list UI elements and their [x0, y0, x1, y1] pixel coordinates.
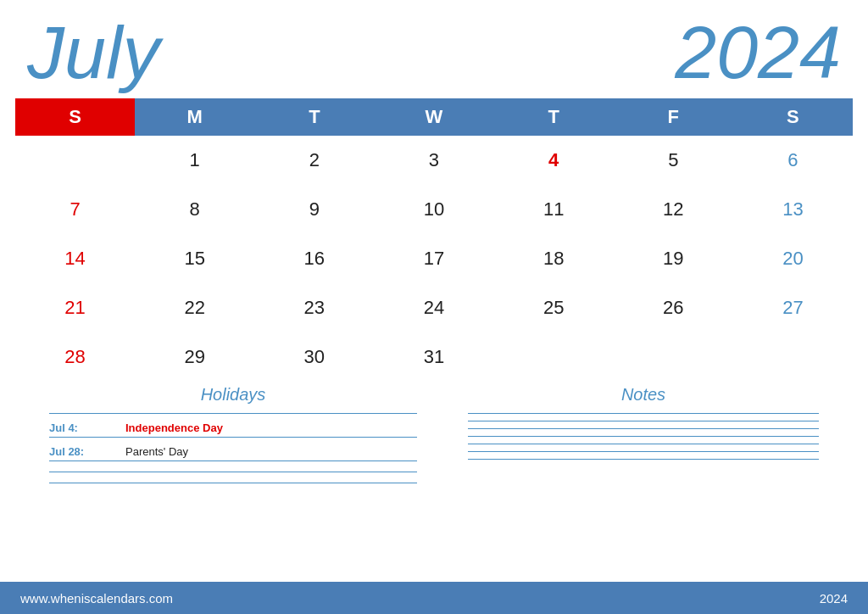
list-item: Jul 28: Parents' Day	[49, 443, 417, 460]
holiday-row-divider	[49, 460, 417, 461]
day-cell: 10	[374, 185, 493, 234]
day-cell: 6	[733, 136, 853, 185]
day-cell: 2	[254, 136, 374, 185]
header-friday: F	[614, 98, 733, 136]
day-cell: 19	[614, 234, 733, 283]
list-item: Jul 4: Independence Day	[49, 419, 417, 437]
table-row: 21 22 23 24 25 26 27	[15, 283, 853, 332]
page-container: July 2024 S M T W T F S 1	[0, 0, 868, 614]
holiday-row-divider	[49, 437, 417, 438]
holidays-divider	[49, 413, 417, 414]
day-cell: 18	[494, 234, 614, 283]
day-cell: 7	[15, 185, 135, 234]
header-saturday: S	[733, 98, 853, 136]
holidays-list: Jul 4: Independence Day Jul 28: Parents'…	[49, 419, 417, 483]
day-cell: 31	[374, 332, 493, 382]
holiday-name: Independence Day	[125, 421, 223, 434]
year-title: 2024	[675, 15, 841, 90]
day-cell	[15, 136, 135, 185]
day-cell-holiday: 4	[494, 136, 614, 185]
holidays-title: Holidays	[49, 385, 417, 405]
day-cell: 30	[254, 332, 374, 382]
day-cell: 14	[15, 234, 135, 283]
footer-year: 2024	[820, 591, 848, 606]
header-tuesday: T	[254, 98, 374, 136]
day-cell: 3	[374, 136, 493, 185]
day-cell: 27	[733, 283, 853, 332]
day-cell: 22	[135, 283, 254, 332]
day-cell: 15	[135, 234, 254, 283]
note-line	[468, 436, 819, 437]
days-header-row: S M T W T F S	[15, 98, 853, 136]
day-cell: 5	[614, 136, 733, 185]
table-row: 7 8 9 10 11 12 13	[15, 185, 853, 234]
footer: www.wheniscalendars.com 2024	[0, 582, 868, 614]
holiday-date: Jul 28:	[49, 445, 125, 458]
calendar-table: S M T W T F S 1 2 3 4 5 6	[15, 98, 853, 382]
day-cell: 1	[135, 136, 254, 185]
table-row: 28 29 30 31	[15, 332, 853, 382]
notes-title: Notes	[468, 385, 819, 405]
header-monday: M	[135, 98, 254, 136]
table-row: 14 15 16 17 18 19 20	[15, 234, 853, 283]
day-cell: 24	[374, 283, 493, 332]
day-cell: 9	[254, 185, 374, 234]
month-title: July	[27, 15, 160, 90]
day-cell: 11	[494, 185, 614, 234]
day-cell: 25	[494, 283, 614, 332]
holiday-date: Jul 4:	[49, 421, 125, 434]
bottom-section: Holidays Jul 4: Independence Day Jul 28:…	[0, 385, 868, 582]
calendar-section: S M T W T F S 1 2 3 4 5 6	[0, 98, 868, 382]
day-cell: 26	[614, 283, 733, 332]
holidays-column: Holidays Jul 4: Independence Day Jul 28:…	[15, 385, 434, 582]
day-cell	[733, 332, 853, 382]
holiday-row-divider	[49, 472, 417, 472]
note-line	[468, 459, 819, 460]
header-thursday: T	[494, 98, 614, 136]
note-line	[468, 428, 819, 429]
day-cell: 23	[254, 283, 374, 332]
note-line	[468, 421, 819, 421]
day-cell: 20	[733, 234, 853, 283]
day-cell: 12	[614, 185, 733, 234]
day-cell: 29	[135, 332, 254, 382]
day-cell	[494, 332, 614, 382]
notes-column: Notes	[434, 385, 853, 582]
day-cell: 8	[135, 185, 254, 234]
day-cell: 21	[15, 283, 135, 332]
header-wednesday: W	[374, 98, 493, 136]
holiday-row-divider	[49, 483, 417, 483]
note-line	[468, 451, 819, 452]
header: July 2024	[0, 0, 868, 98]
holiday-name: Parents' Day	[125, 445, 188, 458]
notes-divider	[468, 413, 819, 414]
day-cell	[614, 332, 733, 382]
table-row: 1 2 3 4 5 6	[15, 136, 853, 185]
note-line	[468, 444, 819, 444]
day-cell: 13	[733, 185, 853, 234]
header-sunday: S	[15, 98, 135, 136]
day-cell: 17	[374, 234, 493, 283]
day-cell: 28	[15, 332, 135, 382]
day-cell: 16	[254, 234, 374, 283]
footer-url: www.wheniscalendars.com	[20, 591, 173, 606]
